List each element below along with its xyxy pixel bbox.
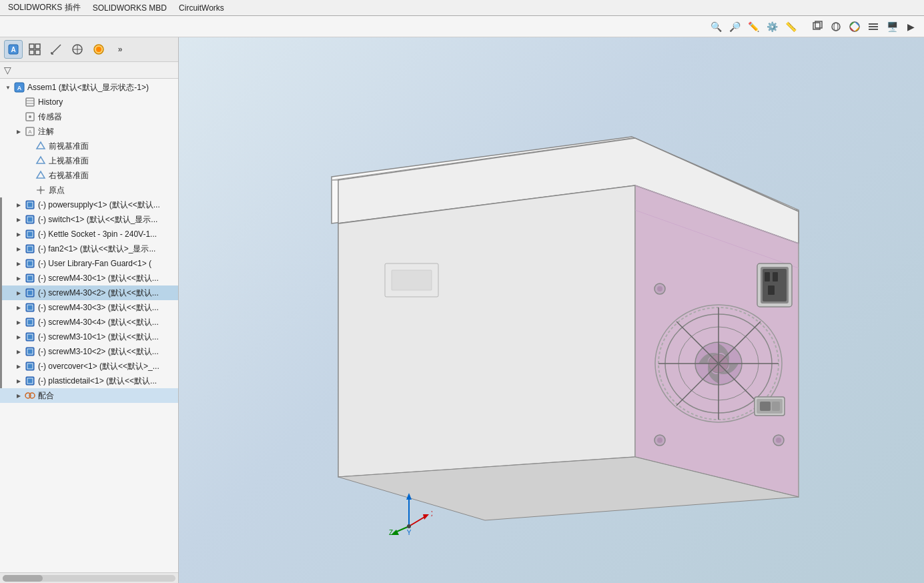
expand-toolbar-icon[interactable]: ▶ [903, 19, 919, 35]
svg-point-112 [407, 524, 411, 528]
tree-item-origin[interactable]: 原点 [0, 183, 178, 197]
more-tabs-btn[interactable]: » [111, 40, 129, 59]
tree-item-top-plane[interactable]: 上视基准面 [0, 153, 178, 168]
menu-solidworks-mbd[interactable]: SOLIDWORKS MBD [87, 2, 172, 14]
part-toggle[interactable]: ▶ [13, 302, 24, 313]
part-toggle[interactable]: ▶ [13, 317, 24, 328]
tree-item-kettle[interactable]: ▶ (-) Kettle Socket - 3pin - 240V-1... [0, 227, 178, 241]
scrollbar-thumb[interactable] [3, 575, 43, 582]
svg-rect-94 [773, 272, 778, 281]
horizontal-scrollbar[interactable] [3, 575, 175, 582]
property-toolbar-icon[interactable]: ⚙️ [764, 19, 780, 35]
display-tab-btn[interactable] [89, 40, 108, 59]
plasticdetail-label: (-) plasticdetail<1> (默认<<默认... [38, 376, 175, 387]
assembly-tab-btn[interactable]: A [4, 40, 23, 59]
screw1-label: (-) screwM4-30<1> (默认<<默认... [38, 273, 175, 284]
origin-tab-btn[interactable] [68, 40, 87, 59]
options2-toolbar-icon[interactable] [865, 19, 881, 35]
svg-point-2 [832, 23, 840, 31]
tree-area[interactable]: ▼ A Assem1 (默认<默认_显示状态-1>) [0, 79, 178, 572]
tree-root-item[interactable]: ▼ A Assem1 (默认<默认_显示状态-1>) [0, 80, 178, 95]
plane-icon [35, 155, 47, 167]
svg-rect-5 [869, 23, 878, 25]
part-toggle[interactable]: ▶ [13, 332, 24, 342]
color-toolbar-icon[interactable] [847, 19, 863, 35]
tree-item-powersupply[interactable]: ▶ (-) powersupply<1> (默认<<默认... [0, 197, 178, 212]
part-toggle[interactable]: ▶ [13, 376, 24, 386]
panel-toolbar: A [0, 37, 178, 62]
part-toggle[interactable]: ▶ [13, 214, 24, 225]
tree-item-sensor[interactable]: 传感器 [0, 109, 178, 124]
tree-item-history[interactable]: History [0, 95, 178, 109]
tree-item-notes[interactable]: ▶ A 注解 [0, 124, 178, 139]
part-toggle[interactable]: ▶ [13, 346, 24, 357]
tree-item-plasticdetail[interactable]: ▶ (-) plasticdetail<1> (默认<<默认... [0, 374, 178, 388]
origin-label: 原点 [49, 185, 175, 196]
part-icon [24, 287, 36, 299]
zoom-toolbar-icon[interactable]: 🔎 [727, 19, 743, 35]
svg-marker-32 [37, 157, 45, 163]
tree-item-right-plane[interactable]: 右视基准面 [0, 168, 178, 183]
measure-toolbar-icon[interactable]: 📏 [783, 19, 799, 35]
part-icon [24, 243, 36, 255]
screw5-label: (-) screwM3-10<1> (默认<<默认... [38, 332, 175, 343]
right-plane-label: 右视基准面 [49, 170, 175, 181]
kettle-label: (-) Kettle Socket - 3pin - 240V-1... [38, 229, 175, 239]
tree-item-screw2[interactable]: ▶ (-) screwM4-30<2> (默认<<默认... [0, 285, 178, 300]
menu-bar: SOLIDWORKS 插件 SOLIDWORKS MBD CircuitWork… [0, 0, 924, 16]
monitor-toolbar-icon[interactable]: 🖥️ [884, 19, 900, 35]
svg-point-89 [776, 438, 781, 443]
mate-toggle[interactable]: ▶ [13, 390, 24, 401]
part-toggle[interactable]: ▶ [13, 287, 24, 298]
tree-item-fan-guard[interactable]: ▶ (-) User Library-Fan Guard<1> ( [0, 256, 178, 271]
features-tab-btn[interactable] [25, 40, 44, 59]
tree-item-screw6[interactable]: ▶ (-) screwM3-10<2> (默认<<默认... [0, 344, 178, 359]
model-container [179, 37, 924, 583]
part-toggle[interactable]: ▶ [13, 273, 24, 283]
svg-point-87 [657, 438, 662, 443]
svg-text:A: A [28, 129, 32, 135]
part-icon [24, 228, 36, 240]
root-toggle[interactable]: ▼ [3, 82, 13, 93]
part-toggle[interactable]: ▶ [13, 243, 24, 254]
notes-toggle[interactable]: ▶ [13, 126, 24, 137]
tree-item-front-plane[interactable]: 前视基准面 [0, 139, 178, 153]
part-toggle[interactable]: ▶ [13, 229, 24, 239]
part-icon [24, 213, 36, 225]
part-toggle[interactable]: ▶ [13, 258, 24, 269]
notes-label: 注解 [38, 126, 175, 137]
view3d-toolbar-icon[interactable] [809, 19, 825, 35]
edit-toolbar-icon[interactable]: ✏️ [745, 19, 761, 35]
tree-item-overcover[interactable]: ▶ (-) overcover<1> (默认<<默认>_... [0, 359, 178, 374]
tree-item-switch[interactable]: ▶ (-) switch<1> (默认<<默认_显示... [0, 212, 178, 227]
tree-item-screw4[interactable]: ▶ (-) screwM4-30<4> (默认<<默认... [0, 315, 178, 330]
tree-item-mate[interactable]: ▶ 配合 [0, 388, 178, 403]
part-toggle[interactable]: ▶ [13, 199, 24, 210]
tree-item-screw1[interactable]: ▶ (-) screwM4-30<1> (默认<<默认... [0, 271, 178, 285]
filter-icon: ▽ [4, 65, 11, 75]
svg-rect-11 [35, 44, 40, 49]
menu-circuitworks[interactable]: CircuitWorks [173, 2, 229, 14]
tree-item-fan2[interactable]: ▶ (-) fan2<1> (默认<<默认>_显示... [0, 241, 178, 256]
part-toggle[interactable]: ▶ [13, 361, 24, 372]
sketch-tab-btn[interactable] [47, 40, 65, 59]
viewport[interactable]: Y X Z [179, 37, 924, 583]
mate-icon [24, 390, 36, 402]
part-icon [24, 257, 36, 269]
tree-item-screw3[interactable]: ▶ (-) screwM4-30<3> (默认<<默认... [0, 300, 178, 315]
display-toolbar-icon[interactable] [828, 19, 844, 35]
screw4-label: (-) screwM4-30<4> (默认<<默认... [38, 317, 175, 328]
notes-icon: A [24, 125, 36, 137]
no-toggle [13, 111, 24, 122]
tree-item-screw5[interactable]: ▶ (-) screwM3-10<1> (默认<<默认... [0, 330, 178, 344]
svg-rect-10 [29, 44, 34, 49]
part-icon [24, 360, 36, 372]
screw2-label: (-) screwM4-30<2> (默认<<默认... [38, 287, 175, 299]
no-toggle [24, 155, 35, 166]
search-toolbar-icon[interactable]: 🔍 [708, 19, 724, 35]
svg-rect-6 [869, 26, 878, 27]
plane-icon [35, 140, 47, 152]
menu-solidworks-plugin[interactable]: SOLIDWORKS 插件 [3, 1, 86, 15]
history-label: History [38, 97, 175, 107]
svg-rect-98 [760, 402, 771, 411]
